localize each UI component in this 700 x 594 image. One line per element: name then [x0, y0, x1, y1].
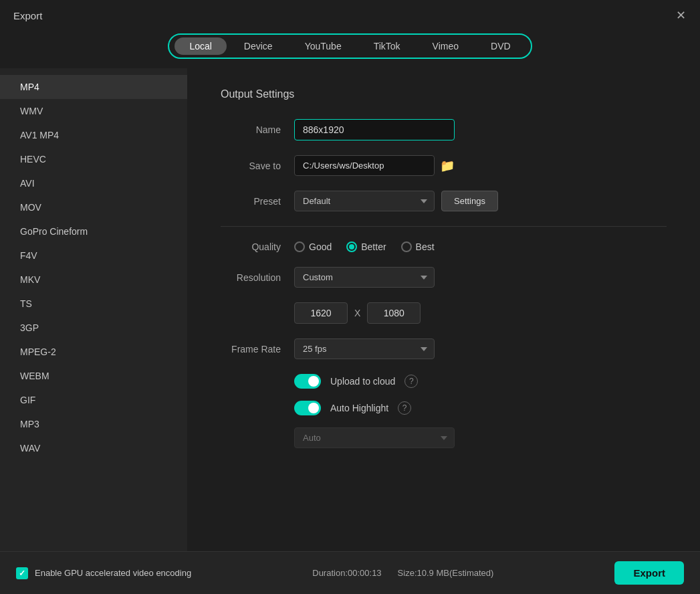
upload-cloud-label: Upload to cloud — [330, 376, 395, 387]
upload-cloud-toggle[interactable] — [294, 374, 321, 389]
preset-label: Preset — [221, 196, 281, 207]
x-label: X — [354, 308, 360, 318]
sidebar-item-mov[interactable]: MOV — [0, 195, 187, 219]
preset-inner: Default Custom Settings — [294, 191, 667, 211]
quality-good-label: Good — [309, 241, 332, 252]
window-title: Export — [13, 10, 42, 21]
sidebar-item-mpeg2[interactable]: MPEG-2 — [0, 340, 187, 364]
quality-good[interactable]: Good — [294, 241, 332, 252]
quality-better[interactable]: Better — [346, 241, 386, 252]
content-panel: Output Settings Name Save to 📁 — [187, 68, 700, 551]
divider — [221, 226, 667, 227]
auto-highlight-help-icon[interactable]: ? — [398, 401, 411, 415]
export-window: Export ✕ Local Device YouTube TikTok Vim… — [0, 0, 700, 594]
save-to-row: Save to 📁 — [221, 155, 667, 176]
duration-label: Duration:00:00:13 — [312, 568, 381, 578]
auto-select[interactable]: Auto — [294, 427, 455, 448]
resolution-control: Custom 1920x1080 1280x720 3840x2160 — [294, 267, 667, 288]
checkmark-icon: ✓ — [19, 569, 25, 578]
auto-highlight-label: Auto Highlight — [330, 403, 388, 413]
frame-rate-control: 25 fps 24 fps 30 fps 60 fps — [294, 338, 667, 359]
radio-better[interactable] — [346, 241, 357, 252]
save-to-inner: 📁 — [294, 155, 667, 176]
tab-dvd[interactable]: DVD — [476, 37, 526, 55]
tab-local[interactable]: Local — [174, 37, 226, 55]
auto-highlight-toggle[interactable] — [294, 401, 321, 415]
frame-rate-select[interactable]: 25 fps 24 fps 30 fps 60 fps — [294, 338, 435, 359]
res-height-input[interactable] — [367, 302, 421, 324]
preset-select[interactable]: Default Custom — [294, 191, 435, 211]
sidebar: MP4 WMV AV1 MP4 HEVC AVI MOV GoPro Cinef… — [0, 68, 187, 551]
sidebar-item-wav[interactable]: WAV — [0, 436, 187, 460]
quality-better-label: Better — [361, 241, 386, 252]
tab-device[interactable]: Device — [229, 37, 287, 55]
sidebar-item-mp4[interactable]: MP4 — [0, 75, 187, 99]
tab-vimeo[interactable]: Vimeo — [418, 37, 473, 55]
sidebar-item-webm[interactable]: WEBM — [0, 364, 187, 388]
close-button[interactable]: ✕ — [675, 9, 687, 21]
export-button[interactable]: Export — [614, 561, 684, 585]
sidebar-item-ts[interactable]: TS — [0, 292, 187, 316]
settings-button[interactable]: Settings — [441, 191, 498, 211]
name-row: Name — [221, 119, 667, 140]
radio-good[interactable] — [294, 241, 305, 252]
quality-row: Quality Good Better Best — [221, 241, 667, 252]
resolution-row: Resolution Custom 1920x1080 1280x720 384… — [221, 267, 667, 288]
sidebar-item-hevc[interactable]: HEVC — [0, 147, 187, 171]
upload-cloud-row: Upload to cloud ? — [221, 374, 667, 389]
sidebar-item-gif[interactable]: GIF — [0, 388, 187, 412]
name-input[interactable] — [294, 119, 455, 140]
res-width-input[interactable] — [294, 302, 348, 324]
frame-rate-row: Frame Rate 25 fps 24 fps 30 fps 60 fps — [221, 338, 667, 359]
quality-best-label: Best — [416, 241, 435, 252]
resolution-label: Resolution — [221, 272, 281, 283]
preset-control: Default Custom Settings — [294, 191, 667, 211]
name-label: Name — [221, 124, 281, 135]
main-content: MP4 WMV AV1 MP4 HEVC AVI MOV GoPro Cinef… — [0, 68, 700, 551]
quality-group: Good Better Best — [294, 241, 667, 252]
bottom-info: Duration:00:00:13 Size:10.9 MB(Estimated… — [312, 568, 493, 578]
gpu-checkbox[interactable]: ✓ Enable GPU accelerated video encoding — [16, 567, 191, 579]
radio-best[interactable] — [401, 241, 412, 252]
gpu-label: Enable GPU accelerated video encoding — [35, 568, 191, 578]
frame-rate-label: Frame Rate — [221, 344, 281, 355]
save-to-label: Save to — [221, 161, 281, 171]
sidebar-item-gopro[interactable]: GoPro Cineform — [0, 219, 187, 243]
name-control — [294, 119, 667, 140]
folder-icon[interactable]: 📁 — [440, 159, 455, 173]
sidebar-item-mkv[interactable]: MKV — [0, 268, 187, 292]
tab-nav: Local Device YouTube TikTok Vimeo DVD — [168, 33, 532, 59]
sidebar-item-mp3[interactable]: MP3 — [0, 412, 187, 436]
quality-label: Quality — [221, 241, 281, 252]
sidebar-item-wmv[interactable]: WMV — [0, 99, 187, 123]
preset-row: Preset Default Custom Settings — [221, 191, 667, 211]
upload-cloud-help-icon[interactable]: ? — [404, 375, 418, 388]
save-path-input[interactable] — [294, 155, 435, 176]
title-bar: Export ✕ — [0, 0, 700, 27]
tab-youtube[interactable]: YouTube — [290, 37, 356, 55]
resolution-values-row: X — [221, 302, 667, 324]
auto-highlight-row: Auto Highlight ? — [221, 401, 667, 415]
gpu-checkbox-box[interactable]: ✓ — [16, 567, 28, 579]
res-values-control: X — [294, 302, 667, 324]
sidebar-item-3gp[interactable]: 3GP — [0, 316, 187, 340]
resolution-select[interactable]: Custom 1920x1080 1280x720 3840x2160 — [294, 267, 435, 288]
save-to-control: 📁 — [294, 155, 667, 176]
size-label: Size:10.9 MB(Estimated) — [398, 568, 494, 578]
bottom-bar: ✓ Enable GPU accelerated video encoding … — [0, 551, 700, 594]
sidebar-item-avi[interactable]: AVI — [0, 171, 187, 195]
tab-tiktok[interactable]: TikTok — [359, 37, 415, 55]
resolution-inputs: X — [294, 302, 667, 324]
quality-control: Good Better Best — [294, 241, 667, 252]
output-settings-title: Output Settings — [221, 88, 667, 100]
sidebar-item-f4v[interactable]: F4V — [0, 243, 187, 268]
sidebar-item-av1mp4[interactable]: AV1 MP4 — [0, 123, 187, 147]
tab-bar: Local Device YouTube TikTok Vimeo DVD — [0, 27, 700, 68]
quality-best[interactable]: Best — [401, 241, 435, 252]
